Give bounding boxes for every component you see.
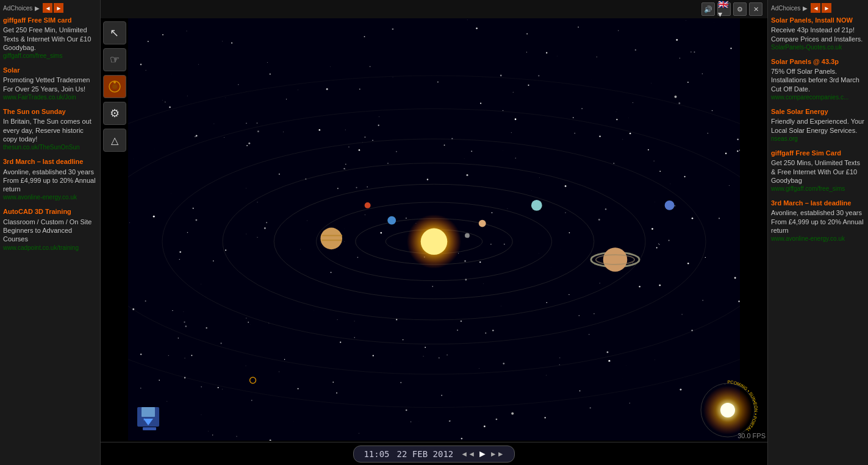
- left-ad-next-btn[interactable]: ►: [54, 3, 63, 13]
- layers-tool-btn[interactable]: △: [103, 129, 126, 152]
- save-download-icon[interactable]: [134, 404, 165, 435]
- right-ad-1-desc: 75% Off Solar Panels. Installations befo…: [771, 68, 859, 93]
- right-ad-0-desc: Receive 43p Instead of 21p! Compare Pric…: [771, 26, 863, 42]
- svg-rect-32: [143, 427, 156, 430]
- speaker-icon[interactable]: 🔊: [701, 2, 715, 16]
- right-ad-0-title[interactable]: Solar Panels, Install NOW: [771, 16, 865, 24]
- svg-point-24: [665, 201, 675, 210]
- bottom-controls: 11:05 22 FEB 2012 ◄◄ ► ►►: [101, 442, 767, 465]
- left-ad-2-title[interactable]: The Sun on Sunday: [3, 107, 97, 116]
- forward-btn[interactable]: ►►: [490, 450, 504, 458]
- right-ad-choices-bar: AdChoices ▶ ◄ ►: [771, 3, 865, 13]
- svg-point-13: [465, 233, 470, 238]
- rewind-btn[interactable]: ◄◄: [461, 450, 475, 458]
- left-ad-2-url[interactable]: thesun.co.uk/TheSunOnSun: [3, 143, 97, 151]
- right-ad-3-title[interactable]: giffgaff Free Sim Card: [771, 149, 865, 157]
- right-ad-4-desc: Avonline, established 30 years From £4,9…: [771, 209, 864, 234]
- hand-tool-btn[interactable]: ☞: [103, 48, 126, 71]
- right-ad-1-url[interactable]: www.comparecompanies.c...: [771, 93, 865, 101]
- left-ad-2-desc: In Britain, The Sun comes out every day,…: [3, 118, 91, 143]
- right-ad-0: Solar Panels, Install NOW Receive 43p In…: [771, 16, 865, 51]
- left-ad-3-desc: Avonline, established 30 years From £4,9…: [3, 168, 96, 193]
- time-value: 11:05: [364, 449, 389, 459]
- right-ad-2-url[interactable]: nseas.org: [771, 135, 865, 143]
- left-ad-1-url[interactable]: www.FairTrades.co.uk/Join: [3, 93, 97, 101]
- cursor-tool-btn[interactable]: ↖: [103, 21, 126, 44]
- right-ad-3-url[interactable]: www.giffgaff.com/free_sims: [771, 185, 865, 193]
- left-ad-4-desc: Classroom / Custom / On Site Beginners t…: [3, 218, 92, 243]
- close-icon[interactable]: ✕: [749, 2, 762, 16]
- orbit-icon: [108, 80, 121, 93]
- left-ad-0: giffgaff Free SIM card Get 250 Free Min,…: [3, 16, 97, 60]
- svg-point-15: [387, 216, 396, 225]
- svg-point-1: [112, 84, 117, 89]
- right-ad-2-desc: Friendly and Experienced. Your Local Sol…: [771, 118, 864, 133]
- left-ad-choices-label: AdChoices: [3, 5, 32, 12]
- portal-logo: UPCOMING • SUN•EON • PORTAL: [697, 380, 758, 441]
- right-ad-1: Solar Panels @ 43.3p 75% Off Solar Panel…: [771, 57, 865, 101]
- svg-point-23: [531, 200, 542, 211]
- svg-point-35: [720, 403, 735, 417]
- left-ad-3: 3rd March – last deadline Avonline, esta…: [3, 157, 97, 201]
- right-ad-3-desc: Get 250 Mins, Unlimited Texts & Free Int…: [771, 159, 860, 184]
- right-ad-panel: AdChoices ▶ ◄ ► Solar Panels, Install NO…: [767, 0, 868, 465]
- right-ad-2-title[interactable]: Sale Solar Energy: [771, 107, 865, 116]
- left-ad-panel: AdChoices ▶ ◄ ► giffgaff Free SIM card G…: [0, 0, 101, 465]
- left-ad-3-title[interactable]: 3rd March – last deadline: [3, 157, 97, 166]
- right-ad-4: 3rd March – last deadline Avonline, esta…: [771, 199, 865, 243]
- right-ad-prev-btn[interactable]: ◄: [811, 3, 820, 13]
- save-icon-svg: [134, 404, 165, 435]
- right-ad-4-url[interactable]: www.avonline-energy.co.uk: [771, 235, 865, 243]
- svg-point-26: [675, 96, 677, 98]
- left-ad-0-url[interactable]: giffgaff.com/free_sims: [3, 52, 97, 60]
- play-btn[interactable]: ►: [478, 449, 487, 460]
- top-bar: 🔊 🇬🇧▾ ⚙ ✕: [101, 0, 767, 18]
- right-ad-choices-label: AdChoices: [771, 5, 800, 12]
- left-ad-0-title[interactable]: giffgaff Free SIM card: [3, 16, 97, 24]
- left-ad-choices-icon: ▶: [35, 5, 40, 12]
- left-ad-2: The Sun on Sunday In Britain, The Sun co…: [3, 107, 97, 151]
- right-ad-choices-icon: ▶: [803, 5, 808, 12]
- time-display: 11:05 22 FEB 2012 ◄◄ ► ►►: [353, 445, 514, 463]
- svg-rect-30: [142, 407, 155, 417]
- left-ad-1-desc: Promoting Vetted Tradesmen For Over 25 Y…: [3, 76, 90, 92]
- left-ad-1-title[interactable]: Solar: [3, 66, 97, 74]
- left-ad-1: Solar Promoting Vetted Tradesmen For Ove…: [3, 66, 97, 101]
- svg-point-27: [511, 412, 514, 414]
- settings-icon[interactable]: ⚙: [733, 2, 747, 16]
- right-ad-1-title[interactable]: Solar Panels @ 43.3p: [771, 57, 865, 66]
- right-toolbar: ↖ ☞ ⚙ △: [101, 18, 128, 384]
- fps-counter: 30.0 FPS: [737, 432, 766, 439]
- right-ad-0-url[interactable]: SolarPanels-Quotes.co.uk: [771, 43, 865, 51]
- orbit-tool-btn[interactable]: [103, 75, 126, 98]
- left-ad-4-title[interactable]: AutoCAD 3D Training: [3, 207, 97, 216]
- flag-icon[interactable]: 🇬🇧▾: [717, 2, 731, 16]
- right-ad-2: Sale Solar Energy Friendly and Experienc…: [771, 107, 865, 143]
- left-ad-3-url[interactable]: www.avonline-energy.co.uk: [3, 193, 97, 201]
- play-controls: ◄◄ ► ►►: [461, 449, 504, 460]
- left-ad-4-url[interactable]: www.cadpoint.co.uk/training: [3, 244, 97, 252]
- svg-point-17: [320, 228, 342, 250]
- right-ad-next-btn[interactable]: ►: [822, 3, 831, 13]
- svg-point-16: [365, 202, 371, 208]
- left-ad-0-desc: Get 250 Free Min, Unlimited Texts & Inte…: [3, 26, 91, 51]
- svg-point-2: [113, 81, 116, 83]
- date-value: 22 FEB 2012: [397, 449, 454, 459]
- right-ad-3: giffgaff Free Sim Card Get 250 Mins, Unl…: [771, 149, 865, 193]
- svg-point-21: [603, 247, 628, 272]
- portal-logo-svg: UPCOMING • SUN•EON • PORTAL: [697, 380, 758, 441]
- left-ad-prev-btn[interactable]: ◄: [43, 3, 52, 13]
- svg-point-12: [421, 229, 448, 255]
- solar-system-view: [128, 18, 740, 441]
- svg-point-14: [479, 220, 486, 227]
- left-ad-choices-bar: AdChoices ▶ ◄ ►: [3, 3, 97, 13]
- right-ad-4-title[interactable]: 3rd March – last deadline: [771, 199, 865, 207]
- left-ad-4: AutoCAD 3D Training Classroom / Custom /…: [3, 207, 97, 251]
- svg-point-25: [250, 377, 256, 383]
- settings-tool-btn[interactable]: ⚙: [103, 102, 126, 125]
